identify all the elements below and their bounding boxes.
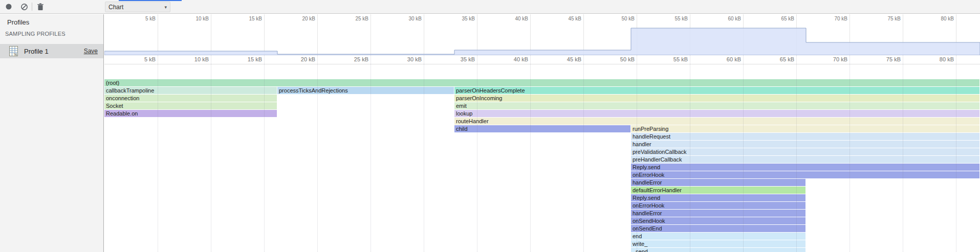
trash-icon[interactable] (36, 2, 45, 11)
flame-bar-parserOnIncoming[interactable]: parserOnIncoming (454, 95, 979, 102)
profiles-sidebar: Profiles SAMPLING PROFILES % Profile 1 S… (0, 14, 104, 252)
view-mode-select[interactable]: Chart ▾ (105, 2, 170, 12)
flame-bar-callbackTrampoline[interactable]: callbackTrampoline (104, 87, 277, 94)
flame-bar-onErrorHook[interactable]: onErrorHook (631, 202, 805, 209)
flame-bar-child[interactable]: child (454, 125, 630, 132)
allocation-chart-area: 5 kB10 kB15 kB20 kB25 kB30 kB35 kB40 kB4… (104, 14, 980, 252)
flame-bar-processTicksAndRejections[interactable]: processTicksAndRejections (277, 87, 454, 94)
flame-bar-_send[interactable]: _send (631, 248, 805, 252)
flame-bar-onSendEnd[interactable]: onSendEnd (631, 225, 805, 232)
flame-bar-parserOnHeadersComplete[interactable]: parserOnHeadersComplete (454, 87, 979, 94)
flame-tick-label: 80 kB (918, 56, 954, 62)
devtools-profiler-panel: Chart ▾ Profiles SAMPLING PROFILES % Pro… (0, 0, 980, 252)
flame-chart: 5 kB10 kB15 kB20 kB25 kB30 kB35 kB40 kB4… (104, 55, 980, 252)
record-icon[interactable] (4, 2, 13, 11)
flame-tick-label: 35 kB (439, 56, 475, 62)
active-tab-indicator (119, 0, 182, 1)
profile-name: Profile 1 (24, 48, 49, 55)
flame-bar-emit[interactable]: emit (454, 102, 979, 109)
flame-tick-label: 60 kB (705, 56, 741, 62)
flame-tick-label: 5 kB (120, 56, 156, 62)
sidebar-title: Profiles (7, 18, 29, 26)
flame-tick-label: 65 kB (758, 56, 794, 62)
toolbar: Chart ▾ (0, 0, 980, 14)
flame-bar-onconnection[interactable]: onconnection (104, 95, 277, 102)
flame-ruler-border (104, 64, 980, 64)
flame-tick-label: 55 kB (652, 56, 688, 62)
flame-tick-label: 10 kB (173, 56, 209, 62)
flame-tick-label: 25 kB (333, 56, 368, 62)
flame-bar-Reply.send[interactable]: Reply.send (631, 164, 979, 171)
flame-tick-label: 15 kB (226, 56, 262, 62)
flame-tick-label: 30 kB (386, 56, 422, 62)
flame-bar-preValidationCallback[interactable]: preValidationCallback (631, 148, 979, 155)
clear-icon[interactable] (19, 2, 29, 11)
view-mode-value: Chart (108, 4, 123, 11)
flame-tick-label: 40 kB (492, 56, 528, 62)
profile-list-item[interactable]: % Profile 1 Save (0, 44, 103, 58)
flame-tick-label: 20 kB (279, 56, 315, 62)
flame-chart-overview[interactable]: 5 kB10 kB15 kB20 kB25 kB30 kB35 kB40 kB4… (104, 14, 980, 55)
flame-bar-preHandlerCallback[interactable]: preHandlerCallback (631, 156, 979, 163)
flame-bar-runPreParsing[interactable]: runPreParsing (631, 125, 979, 132)
flame-bar-routeHandler[interactable]: routeHandler (454, 118, 979, 125)
sampling-profiles-heading: SAMPLING PROFILES (5, 31, 66, 37)
save-profile-link[interactable]: Save (84, 48, 98, 55)
toolbar-separator (32, 3, 32, 11)
sampling-profile-icon: % (9, 46, 18, 56)
flame-bar-Reply.send[interactable]: Reply.send (631, 194, 805, 201)
flame-bar-root[interactable]: (root) (104, 79, 979, 86)
overview-depth-silhouette (104, 14, 980, 55)
flame-tick-label: 45 kB (546, 56, 581, 62)
svg-text:%: % (14, 53, 17, 56)
flame-tick-label: 70 kB (812, 56, 847, 62)
flame-tick-label: 75 kB (865, 56, 901, 62)
flame-bar-defaultErrorHandler[interactable]: defaultErrorHandler (631, 187, 805, 194)
flame-bar-write_[interactable]: write_ (631, 240, 805, 247)
flame-bar-Readable.on[interactable]: Readable.on (104, 110, 277, 117)
flame-bar-onSendHook[interactable]: onSendHook (631, 217, 805, 224)
flame-bar-handleRequest[interactable]: handleRequest (631, 133, 979, 140)
flame-tick-label: 50 kB (599, 56, 635, 62)
flame-bar-handleError[interactable]: handleError (631, 179, 805, 186)
flame-bar-handler[interactable]: handler (631, 141, 979, 148)
flame-bar-Socket[interactable]: Socket (104, 102, 277, 109)
flame-bar-end[interactable]: end (631, 233, 805, 240)
chevron-down-icon: ▾ (164, 5, 167, 10)
flame-bar-lookup[interactable]: lookup (454, 110, 979, 117)
flame-bar-onErrorHook[interactable]: onErrorHook (631, 171, 979, 178)
flame-bar-handleError[interactable]: handleError (631, 210, 805, 217)
